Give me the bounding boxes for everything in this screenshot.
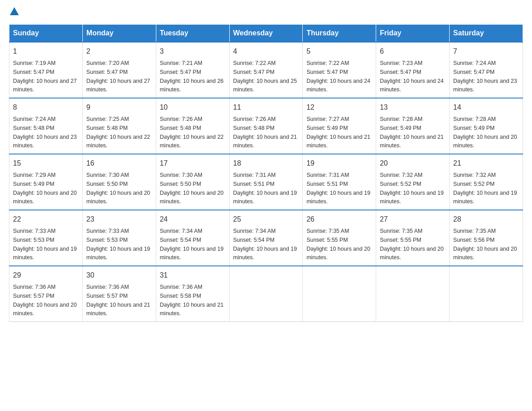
- day-sunset: Sunset: 5:51 PM: [233, 181, 275, 187]
- day-daylight: Daylight: 10 hours and 19 minutes.: [306, 190, 370, 205]
- calendar-cell: 8 Sunrise: 7:24 AM Sunset: 5:48 PM Dayli…: [9, 98, 83, 154]
- day-sunrise: Sunrise: 7:33 AM: [13, 228, 56, 234]
- calendar-cell: 6 Sunrise: 7:23 AM Sunset: 5:47 PM Dayli…: [376, 42, 450, 98]
- calendar-cell: 18 Sunrise: 7:31 AM Sunset: 5:51 PM Dayl…: [229, 154, 303, 210]
- calendar-week-4: 22 Sunrise: 7:33 AM Sunset: 5:53 PM Dayl…: [9, 210, 523, 266]
- page-header: [9, 9, 523, 15]
- day-sunrise: Sunrise: 7:28 AM: [453, 116, 496, 122]
- calendar-cell: [376, 266, 450, 322]
- day-number: 20: [380, 158, 446, 169]
- day-number: 10: [160, 102, 226, 113]
- day-daylight: Daylight: 10 hours and 27 minutes.: [86, 78, 150, 93]
- day-number: 31: [160, 270, 226, 281]
- day-number: 4: [233, 46, 299, 57]
- calendar-cell: [229, 266, 303, 322]
- day-sunrise: Sunrise: 7:31 AM: [306, 172, 349, 178]
- day-sunset: Sunset: 5:47 PM: [233, 69, 275, 75]
- day-sunrise: Sunrise: 7:23 AM: [380, 60, 422, 66]
- day-number: 26: [306, 214, 372, 225]
- day-sunrise: Sunrise: 7:19 AM: [13, 60, 56, 66]
- calendar-cell: 30 Sunrise: 7:36 AM Sunset: 5:57 PM Dayl…: [82, 266, 156, 322]
- day-sunrise: Sunrise: 7:35 AM: [380, 228, 422, 234]
- day-sunrise: Sunrise: 7:36 AM: [13, 284, 56, 290]
- calendar-cell: 12 Sunrise: 7:27 AM Sunset: 5:49 PM Dayl…: [303, 98, 376, 154]
- calendar-cell: 14 Sunrise: 7:28 AM Sunset: 5:49 PM Dayl…: [450, 98, 523, 154]
- day-sunset: Sunset: 5:49 PM: [380, 125, 421, 131]
- header-row: SundayMondayTuesdayWednesdayThursdayFrid…: [9, 25, 523, 43]
- day-sunrise: Sunrise: 7:27 AM: [306, 116, 349, 122]
- day-daylight: Daylight: 10 hours and 25 minutes.: [233, 78, 297, 93]
- calendar-header: SundayMondayTuesdayWednesdayThursdayFrid…: [9, 25, 523, 43]
- day-daylight: Daylight: 10 hours and 19 minutes.: [233, 246, 297, 261]
- calendar-week-1: 1 Sunrise: 7:19 AM Sunset: 5:47 PM Dayli…: [9, 42, 523, 98]
- day-number: 2: [86, 46, 152, 57]
- day-sunset: Sunset: 5:55 PM: [306, 237, 348, 243]
- day-sunset: Sunset: 5:54 PM: [233, 237, 275, 243]
- calendar-cell: 13 Sunrise: 7:28 AM Sunset: 5:49 PM Dayl…: [376, 98, 450, 154]
- day-daylight: Daylight: 10 hours and 27 minutes.: [13, 78, 77, 93]
- day-sunset: Sunset: 5:47 PM: [13, 69, 54, 75]
- day-daylight: Daylight: 10 hours and 19 minutes.: [160, 246, 223, 261]
- day-sunset: Sunset: 5:47 PM: [380, 69, 421, 75]
- calendar-cell: 19 Sunrise: 7:31 AM Sunset: 5:51 PM Dayl…: [303, 154, 376, 210]
- day-sunset: Sunset: 5:50 PM: [86, 181, 128, 187]
- calendar-cell: 17 Sunrise: 7:30 AM Sunset: 5:50 PM Dayl…: [156, 154, 229, 210]
- day-daylight: Daylight: 10 hours and 21 minutes.: [233, 134, 297, 149]
- day-sunrise: Sunrise: 7:30 AM: [86, 172, 129, 178]
- day-number: 17: [160, 158, 226, 169]
- calendar-cell: [450, 266, 523, 322]
- day-number: 13: [380, 102, 446, 113]
- day-daylight: Daylight: 10 hours and 24 minutes.: [306, 78, 370, 93]
- calendar-week-5: 29 Sunrise: 7:36 AM Sunset: 5:57 PM Dayl…: [9, 266, 523, 322]
- day-number: 5: [306, 46, 372, 57]
- calendar-body: 1 Sunrise: 7:19 AM Sunset: 5:47 PM Dayli…: [9, 42, 523, 322]
- day-sunset: Sunset: 5:47 PM: [86, 69, 128, 75]
- day-daylight: Daylight: 10 hours and 20 minutes.: [86, 190, 150, 205]
- day-sunset: Sunset: 5:48 PM: [233, 125, 275, 131]
- day-sunset: Sunset: 5:49 PM: [13, 181, 54, 187]
- day-sunrise: Sunrise: 7:20 AM: [86, 60, 129, 66]
- day-sunrise: Sunrise: 7:35 AM: [306, 228, 349, 234]
- day-sunset: Sunset: 5:54 PM: [160, 237, 201, 243]
- calendar-cell: [303, 266, 376, 322]
- day-sunrise: Sunrise: 7:26 AM: [160, 116, 202, 122]
- day-number: 28: [453, 214, 519, 225]
- header-day-friday: Friday: [376, 25, 450, 43]
- calendar-cell: 5 Sunrise: 7:22 AM Sunset: 5:47 PM Dayli…: [303, 42, 376, 98]
- calendar-cell: 2 Sunrise: 7:20 AM Sunset: 5:47 PM Dayli…: [82, 42, 156, 98]
- day-sunrise: Sunrise: 7:21 AM: [160, 60, 202, 66]
- day-daylight: Daylight: 10 hours and 21 minutes.: [306, 134, 370, 149]
- day-daylight: Daylight: 10 hours and 20 minutes.: [306, 246, 370, 261]
- day-number: 25: [233, 214, 299, 225]
- day-sunrise: Sunrise: 7:24 AM: [13, 116, 56, 122]
- calendar-cell: 27 Sunrise: 7:35 AM Sunset: 5:55 PM Dayl…: [376, 210, 450, 266]
- day-sunrise: Sunrise: 7:26 AM: [233, 116, 276, 122]
- day-sunrise: Sunrise: 7:30 AM: [160, 172, 202, 178]
- day-sunset: Sunset: 5:47 PM: [453, 69, 494, 75]
- day-sunrise: Sunrise: 7:33 AM: [86, 228, 129, 234]
- day-daylight: Daylight: 10 hours and 19 minutes.: [233, 190, 297, 205]
- day-number: 19: [306, 158, 372, 169]
- calendar-cell: 20 Sunrise: 7:32 AM Sunset: 5:52 PM Dayl…: [376, 154, 450, 210]
- day-number: 21: [453, 158, 519, 169]
- calendar-cell: 24 Sunrise: 7:34 AM Sunset: 5:54 PM Dayl…: [156, 210, 229, 266]
- day-sunrise: Sunrise: 7:31 AM: [233, 172, 276, 178]
- day-number: 1: [13, 46, 79, 57]
- day-number: 30: [86, 270, 152, 281]
- day-sunset: Sunset: 5:57 PM: [86, 293, 128, 299]
- day-sunrise: Sunrise: 7:22 AM: [233, 60, 276, 66]
- day-sunset: Sunset: 5:55 PM: [380, 237, 421, 243]
- day-daylight: Daylight: 10 hours and 21 minutes.: [86, 302, 150, 317]
- header-day-sunday: Sunday: [9, 25, 83, 43]
- day-sunrise: Sunrise: 7:29 AM: [13, 172, 56, 178]
- calendar-cell: 3 Sunrise: 7:21 AM Sunset: 5:47 PM Dayli…: [156, 42, 229, 98]
- day-sunset: Sunset: 5:53 PM: [86, 237, 128, 243]
- day-number: 23: [86, 214, 152, 225]
- header-day-wednesday: Wednesday: [229, 25, 303, 43]
- day-sunset: Sunset: 5:58 PM: [160, 293, 201, 299]
- day-sunrise: Sunrise: 7:28 AM: [380, 116, 422, 122]
- day-daylight: Daylight: 10 hours and 22 minutes.: [160, 134, 223, 149]
- day-sunrise: Sunrise: 7:36 AM: [86, 284, 129, 290]
- calendar-cell: 11 Sunrise: 7:26 AM Sunset: 5:48 PM Dayl…: [229, 98, 303, 154]
- day-number: 7: [453, 46, 519, 57]
